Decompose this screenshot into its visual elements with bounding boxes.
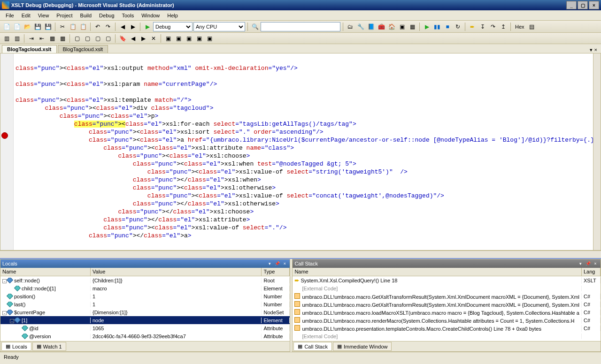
start-debug-icon[interactable]: ▶: [143, 22, 152, 31]
document-tab[interactable]: BlogTagcloud.xslt: [58, 45, 108, 53]
new-project-icon[interactable]: 📄: [2, 22, 11, 31]
find-icon[interactable]: 🔍: [250, 22, 260, 31]
locals-row[interactable]: child::node()[1]macroElement: [0, 284, 290, 292]
save-icon[interactable]: 💾: [33, 22, 42, 31]
menu-project[interactable]: Project: [53, 12, 76, 19]
callstack-row[interactable]: ➨System.Xml.Xsl.CompiledQuery!() Line 18…: [293, 276, 601, 284]
locals-row[interactable]: -self::node(){Children:[1]}Root: [0, 276, 290, 284]
outdent-icon[interactable]: ⇤: [37, 34, 46, 43]
panel-dropdown-icon[interactable]: ▾: [577, 260, 584, 267]
menu-file[interactable]: File: [2, 12, 18, 19]
break-all-icon[interactable]: ▮▮: [432, 22, 442, 31]
callstack-row[interactable]: umbraco.DLL!umbraco.macro.renderMacro(Sy…: [293, 316, 601, 324]
locals-row[interactable]: -[1]nodeElement: [0, 316, 290, 324]
bookmark-icon[interactable]: 🔖: [118, 34, 127, 43]
tab-close-icon[interactable]: ×: [594, 47, 597, 53]
bookmark-prev-icon[interactable]: ◀: [128, 34, 138, 43]
panel-tab-immediate-window[interactable]: ▦Immediate Window: [333, 342, 392, 351]
bookmark-clear-icon[interactable]: ✕: [149, 34, 158, 43]
output-icon[interactable]: ▤: [527, 22, 537, 31]
ext-mgr-icon[interactable]: ▦: [408, 22, 417, 31]
cut-icon[interactable]: ✂: [58, 22, 67, 31]
object-browser-icon[interactable]: 📘: [366, 22, 376, 31]
panel-pin-icon[interactable]: 📌: [585, 260, 591, 267]
undo-icon[interactable]: ↶: [93, 22, 102, 31]
col-name[interactable]: Name: [293, 268, 582, 276]
close-button[interactable]: ×: [589, 1, 599, 9]
show-next-stmt-icon[interactable]: ➨: [468, 22, 477, 31]
other-3-icon[interactable]: ▣: [184, 34, 193, 43]
nav-fwd-icon[interactable]: ▶: [128, 22, 138, 31]
panel-tab-call-stack[interactable]: ▦Call Stack: [293, 342, 332, 351]
panel-tab-locals[interactable]: ▦Locals: [1, 342, 31, 351]
code-editor[interactable]: class="punc"><class="el">xsl:output meth…: [0, 53, 601, 250]
menu-tools[interactable]: Tools: [118, 12, 138, 19]
xslt-3-icon[interactable]: ▢: [93, 34, 102, 43]
col-type[interactable]: Type: [262, 268, 290, 276]
menu-view[interactable]: View: [34, 12, 53, 19]
maximize-button[interactable]: ▢: [578, 1, 588, 9]
panel-close-icon[interactable]: ×: [281, 260, 288, 267]
restart-icon[interactable]: ↻: [453, 22, 462, 31]
indent-icon[interactable]: ⇥: [27, 34, 36, 43]
comment-icon[interactable]: ▦: [47, 34, 57, 43]
locals-row[interactable]: -$currentPage{Dimension:[1]}NodeSet: [0, 308, 290, 316]
other-2-icon[interactable]: ▣: [174, 34, 183, 43]
open-icon[interactable]: 📂: [23, 22, 32, 31]
continue-icon[interactable]: ▶: [422, 22, 431, 31]
locals-row[interactable]: position()1Number: [0, 292, 290, 300]
other-1-icon[interactable]: ▣: [163, 34, 173, 43]
callstack-row[interactable]: umbraco.DLL!umbraco.presentation.templat…: [293, 324, 601, 332]
xslt-1-icon[interactable]: ▢: [72, 34, 82, 43]
config-combo[interactable]: Debug: [153, 22, 193, 31]
xslt-4-icon[interactable]: ▢: [103, 34, 113, 43]
col-value[interactable]: Value: [91, 268, 262, 276]
tab-dropdown-icon[interactable]: ▾: [590, 47, 593, 53]
panel-pin-icon[interactable]: 📌: [274, 260, 280, 267]
breakpoint-marker[interactable]: [1, 132, 8, 139]
editor-gutter[interactable]: [0, 53, 14, 250]
menu-help[interactable]: Help: [163, 12, 182, 19]
locals-title[interactable]: Locals ▾ 📌 ×: [0, 259, 290, 268]
callstack-row[interactable]: umbraco.DLL!umbraco.macro.GetXsltTransfo…: [293, 300, 601, 308]
locals-body[interactable]: -self::node(){Children:[1]}Rootchild::no…: [0, 276, 290, 341]
vscrollbar[interactable]: [593, 53, 601, 250]
callstack-title[interactable]: Call Stack ▾ 📌 ×: [293, 259, 601, 268]
copy-icon[interactable]: 📋: [68, 22, 77, 31]
hscrollbar[interactable]: [0, 250, 601, 258]
paste-icon[interactable]: 📋: [78, 22, 88, 31]
menu-build[interactable]: Build: [77, 12, 95, 19]
callstack-row[interactable]: umbraco.DLL!umbraco.macro.GetXsltTransfo…: [293, 292, 601, 300]
document-tab[interactable]: BlogTagcloud.xslt: [2, 45, 57, 53]
locals-row[interactable]: @id1065Attribute: [0, 324, 290, 332]
toolbox-icon[interactable]: 🧰: [377, 22, 386, 31]
stop-debug-icon[interactable]: ■: [443, 22, 452, 31]
cmd-window-icon[interactable]: ▣: [397, 22, 407, 31]
redo-icon[interactable]: ↷: [103, 22, 113, 31]
properties-icon[interactable]: 🔧: [356, 22, 365, 31]
hex-label[interactable]: Hex: [513, 24, 526, 30]
panel-tab-watch-1[interactable]: ▦Watch 1: [32, 342, 66, 351]
panel-close-icon[interactable]: ×: [592, 260, 599, 267]
uncomment-icon[interactable]: ▦: [58, 34, 67, 43]
bookmark-next-icon[interactable]: ▶: [139, 34, 148, 43]
callstack-body[interactable]: ➨System.Xml.Xsl.CompiledQuery!() Line 18…: [293, 276, 601, 341]
code-area[interactable]: class="punc"><class="el">xsl:output meth…: [14, 53, 593, 250]
callstack-row[interactable]: umbraco.DLL!umbraco.macro.loadMacroXSLT(…: [293, 308, 601, 316]
step-over-icon[interactable]: ↷: [488, 22, 498, 31]
callstack-row[interactable]: [External Code]: [293, 332, 601, 340]
platform-combo[interactable]: Any CPU: [193, 22, 245, 31]
add-item-icon[interactable]: 📄: [12, 22, 22, 31]
nav-back-icon[interactable]: ◀: [118, 22, 127, 31]
schema-icon[interactable]: ▥: [2, 34, 11, 43]
other-4-icon[interactable]: ▣: [194, 34, 204, 43]
step-out-icon[interactable]: ↥: [499, 22, 508, 31]
minimize-button[interactable]: _: [566, 1, 577, 9]
other-5-icon[interactable]: ▣: [205, 34, 214, 43]
menu-window[interactable]: Window: [138, 12, 163, 19]
sln-explorer-icon[interactable]: 🗂: [346, 22, 355, 31]
callstack-row[interactable]: [External Code]: [293, 284, 601, 292]
menu-debug[interactable]: Debug: [95, 12, 118, 19]
locals-row[interactable]: last()1Number: [0, 300, 290, 308]
start-page-icon[interactable]: 🏠: [387, 22, 396, 31]
